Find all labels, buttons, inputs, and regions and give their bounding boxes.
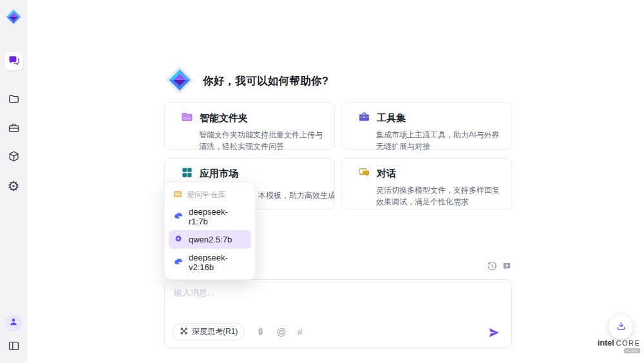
history-icon[interactable]: [487, 261, 497, 271]
card-toolset[interactable]: 工具集 集成市场上主流工具，助力AI与外界无缝扩展与对接: [341, 103, 512, 150]
card-title: 智能文件夹: [200, 112, 248, 124]
briefcase-icon: [8, 122, 20, 137]
qwen-icon: [173, 233, 184, 246]
app-window: ⚙: [0, 0, 644, 363]
card-title: 应用市场: [200, 168, 238, 180]
sidebar-item-chat[interactable]: [5, 52, 23, 70]
card-desc: 灵活切换多模型文件，支持多样回复效果调试，满足个性化需求: [376, 184, 501, 208]
deep-think-icon: [180, 327, 188, 337]
model-option-deepseek-v2[interactable]: deepseek-v2:16b: [169, 250, 251, 275]
card-desc: 集成市场上主流工具，助力AI与外界无缝扩展与对接: [376, 129, 501, 152]
smart-folder-icon: [181, 111, 193, 126]
new-chat-icon[interactable]: [502, 261, 512, 271]
core-wordmark: core: [616, 339, 640, 347]
panel-icon: [8, 340, 20, 355]
message-input[interactable]: [174, 287, 483, 315]
app-logo-icon: [3, 6, 24, 27]
toolset-icon: [358, 111, 370, 126]
ultra-badge: ultra: [624, 348, 640, 353]
model-option-label: deepseek-r1:7b: [189, 207, 247, 226]
folder-icon: [8, 93, 20, 108]
download-button[interactable]: [609, 315, 633, 339]
gear-icon: ⚙: [8, 179, 20, 193]
model-dropdown: 爱问学仓库 deepseek-r1:7b qwen2.5:7b: [164, 182, 256, 280]
card-smart-folder[interactable]: 智能文件夹 智能文件夹功能支持批量文件上传与清洗，轻松实现文件问答: [164, 103, 335, 150]
dialogue-icon: [358, 166, 370, 181]
app-market-icon: [181, 166, 193, 181]
send-button[interactable]: [488, 326, 500, 339]
app-logo-icon-large: [165, 65, 194, 97]
mention-icon[interactable]: @: [276, 327, 286, 337]
person-icon: [9, 317, 18, 329]
model-option-label: deepseek-v2:16b: [189, 253, 247, 272]
card-dialogue[interactable]: 对话 灵活切换多模型文件，支持多样回复效果调试，满足个性化需求: [341, 158, 512, 210]
intel-wordmark: intel: [598, 338, 614, 348]
download-icon: [616, 320, 627, 334]
repository-icon: [173, 190, 182, 201]
sidebar-item-toolbox[interactable]: [5, 120, 23, 138]
cube-icon: [8, 150, 20, 165]
model-option-deepseek-r1[interactable]: deepseek-r1:7b: [169, 204, 251, 230]
deep-think-toggle[interactable]: 深度思考(R1): [173, 323, 245, 340]
model-option-qwen[interactable]: qwen2.5:7b: [169, 230, 251, 249]
greeting-title: 你好，我可以如何帮助你?: [203, 74, 328, 88]
composer-toolbar: 深度思考(R1) @ #: [173, 323, 303, 340]
card-title: 工具集: [377, 112, 406, 124]
card-desc-partial: 本模板，助力高效生成多: [258, 190, 335, 201]
deepseek-icon: [173, 257, 184, 269]
chat-icon: [8, 54, 20, 69]
sidebar: ⚙: [0, 0, 27, 363]
greeting: 你好，我可以如何帮助你?: [165, 65, 328, 97]
model-group-header: 爱问学仓库: [169, 186, 251, 203]
sidebar-item-folders[interactable]: [5, 91, 23, 109]
sidebar-item-settings[interactable]: ⚙: [5, 177, 23, 195]
card-title: 对话: [377, 168, 396, 180]
hashtag-icon[interactable]: #: [298, 327, 303, 337]
deepseek-icon: [173, 211, 184, 223]
intel-core-logo: intel core ultra: [595, 338, 643, 353]
message-composer: 深度思考(R1) @ #: [164, 279, 512, 348]
model-group-label: 爱问学仓库: [187, 190, 225, 201]
sidebar-item-models[interactable]: [5, 148, 23, 166]
model-option-label: qwen2.5:7b: [189, 235, 232, 244]
attachment-icon[interactable]: [256, 327, 265, 337]
sidebar-item-account[interactable]: [5, 315, 22, 331]
deep-think-label: 深度思考(R1): [192, 326, 238, 337]
card-desc: 智能文件夹功能支持批量文件上传与清洗，轻松实现文件问答: [199, 129, 324, 152]
sidebar-item-collapse-panel[interactable]: [5, 338, 23, 356]
